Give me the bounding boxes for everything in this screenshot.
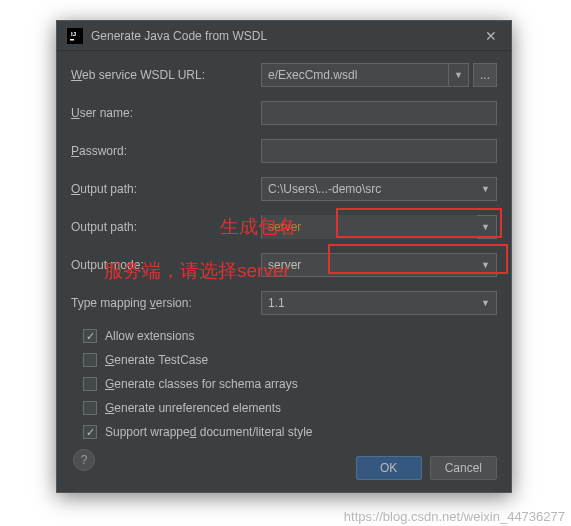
password-input[interactable]	[261, 139, 497, 163]
cancel-button[interactable]: Cancel	[430, 456, 497, 480]
output-mode-combo[interactable]: server ▼	[261, 253, 497, 277]
row-type-mapping: Type mapping version: 1.1 ▼	[71, 291, 497, 315]
checkbox-generate-schema-arrays[interactable]: Generate classes for schema arrays	[71, 377, 497, 391]
checkbox-generate-testcase[interactable]: Generate TestCase	[71, 353, 497, 367]
checkbox-icon	[83, 353, 97, 367]
label-output-path: Output path:	[71, 182, 261, 196]
checkbox-support-wrapped[interactable]: Support wrapped document/literal style	[71, 425, 497, 439]
output-package-input[interactable]	[262, 215, 477, 239]
wsdl-url-combo[interactable]: e/ExecCmd.wsdl ▼	[261, 63, 469, 87]
checkbox-label: Generate unreferenced elements	[105, 401, 281, 415]
checkbox-label: Generate TestCase	[105, 353, 208, 367]
dialog-window: IJ Generate Java Code from WSDL ✕ Web se…	[56, 20, 512, 493]
output-mode-value: server	[268, 258, 477, 272]
label-password: Password:	[71, 144, 261, 158]
label-username: User name:	[71, 106, 261, 120]
row-output-mode: Output mode: server ▼	[71, 253, 497, 277]
chevron-down-icon[interactable]: ▼	[449, 63, 469, 87]
output-path-value: C:\Users\...-demo\src	[268, 182, 477, 196]
checkbox-icon	[83, 329, 97, 343]
username-input[interactable]	[261, 101, 497, 125]
row-password: Password:	[71, 139, 497, 163]
watermark: https://blog.csdn.net/weixin_44736277	[344, 509, 565, 524]
row-output-path: Output path: C:\Users\...-demo\src ▼	[71, 177, 497, 201]
svg-text:IJ: IJ	[71, 31, 76, 37]
label-wsdl-url: Web service WSDL URL:	[71, 68, 261, 82]
checkbox-generate-unreferenced[interactable]: Generate unreferenced elements	[71, 401, 497, 415]
dialog-title: Generate Java Code from WSDL	[91, 29, 481, 43]
svg-rect-1	[70, 39, 74, 41]
chevron-down-icon: ▼	[481, 184, 490, 194]
wsdl-url-value: e/ExecCmd.wsdl	[261, 63, 449, 87]
checkbox-label: Allow extensions	[105, 329, 194, 343]
help-button[interactable]: ?	[73, 449, 95, 471]
ok-button[interactable]: OK	[356, 456, 422, 480]
type-mapping-combo[interactable]: 1.1 ▼	[261, 291, 497, 315]
checkbox-label: Support wrapped document/literal style	[105, 425, 312, 439]
type-mapping-value: 1.1	[268, 296, 477, 310]
label-output-package: Output path:	[71, 220, 261, 234]
intellij-icon: IJ	[67, 28, 83, 44]
label-type-mapping: Type mapping version:	[71, 296, 261, 310]
chevron-down-icon: ▼	[481, 260, 490, 270]
checkbox-icon	[83, 377, 97, 391]
browse-button[interactable]: ...	[473, 63, 497, 87]
row-output-package: Output path: ▼	[71, 215, 497, 239]
chevron-down-icon: ▼	[481, 298, 490, 308]
row-username: User name:	[71, 101, 497, 125]
checkbox-allow-extensions[interactable]: Allow extensions	[71, 329, 497, 343]
titlebar: IJ Generate Java Code from WSDL ✕	[57, 21, 511, 51]
checkbox-label: Generate classes for schema arrays	[105, 377, 298, 391]
row-wsdl-url: Web service WSDL URL: e/ExecCmd.wsdl ▼ .…	[71, 63, 497, 87]
label-output-mode: Output mode:	[71, 258, 261, 272]
button-bar: OK Cancel	[356, 456, 497, 480]
chevron-down-icon: ▼	[481, 222, 496, 232]
dialog-content: Web service WSDL URL: e/ExecCmd.wsdl ▼ .…	[57, 51, 511, 483]
output-path-combo[interactable]: C:\Users\...-demo\src ▼	[261, 177, 497, 201]
checkbox-icon	[83, 425, 97, 439]
output-package-combo[interactable]: ▼	[261, 215, 497, 239]
close-icon[interactable]: ✕	[481, 26, 501, 46]
checkbox-icon	[83, 401, 97, 415]
